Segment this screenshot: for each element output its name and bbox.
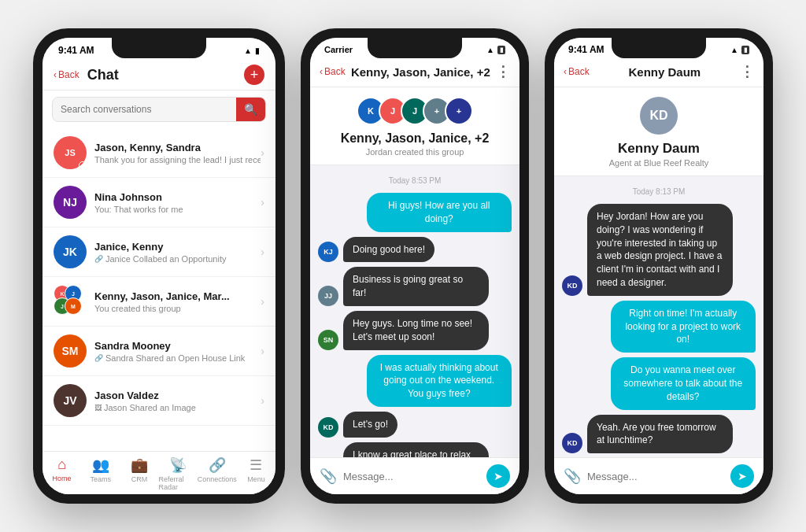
status-icons-2: ▲ ▮ [486, 46, 505, 54]
list-item[interactable]: JS Jason, Kenny, Sandra Thank you for as… [43, 128, 275, 178]
message-row: Right on time! I'm actually looking for … [562, 301, 756, 353]
phone-3: 9:41 AM ▲ ▮ ‹ Back Kenny Daum ⋮ KD Kenny… [545, 28, 773, 504]
phone-notch [112, 38, 206, 58]
chat-preview: Thank you for assigning the lead! I just… [94, 155, 261, 164]
list-item[interactable]: K J J M Kenny, Jason, Janice, Mar... You… [43, 277, 275, 327]
group-av-5: + [445, 97, 473, 125]
chevron-right-icon: › [261, 196, 264, 209]
message-row: KD Hey Jordan! How are you doing? I was … [562, 204, 756, 296]
chevron-right-icon: › [261, 295, 264, 308]
search-icon: 🔍 [244, 103, 257, 116]
date-divider: Today 8:53 PM [318, 176, 512, 185]
group-name: Kenny, Jason, Janice, +2 [341, 131, 490, 146]
chevron-right-icon: › [261, 146, 264, 159]
chat-name: Nina Johnson [94, 191, 261, 203]
phone-notch-3 [612, 38, 706, 58]
chat-name: Janice, Kenny [94, 241, 261, 253]
attach-icon[interactable]: 📎 [320, 467, 337, 485]
chat-name: Jason, Kenny, Sandra [94, 142, 261, 153]
chat-info: Jason, Kenny, Sandra Thank you for assig… [94, 142, 261, 164]
back-chevron-icon: ‹ [54, 69, 57, 80]
status-time-1: 9:41 AM [58, 45, 94, 56]
phone-1: 9:41 AM ▲ ▮ ‹ Back Chat + 🔍 [33, 28, 285, 504]
list-item[interactable]: JK Janice, Kenny 🔗 Janice Collabed an Op… [43, 227, 275, 277]
message-row: KD Let's go! [318, 412, 512, 438]
wifi-icon-3: ▲ [730, 46, 738, 54]
send-button-3[interactable]: ➤ [730, 464, 754, 488]
person-subtitle: Agent at Blue Reef Realty [609, 158, 709, 168]
back-chevron-icon-3: ‹ [564, 66, 567, 77]
avatar: NJ [54, 186, 87, 219]
add-chat-button[interactable]: + [244, 65, 264, 85]
page-title-1: Chat [87, 67, 244, 83]
message-bubble: Right on time! I'm actually looking for … [611, 301, 756, 353]
chat-messages-2: Today 8:53 PM Hi guys! How are you all d… [310, 165, 519, 457]
back-button-2[interactable]: ‹ Back [320, 66, 346, 77]
search-input[interactable] [53, 98, 236, 120]
send-button-2[interactable]: ➤ [486, 464, 510, 488]
teams-icon: 👥 [92, 456, 109, 474]
message-row: Do you wanna meet over somewhere to talk… [562, 357, 756, 409]
message-bubble: Business is going great so far! [343, 267, 489, 306]
back-button-1[interactable]: ‹ Back [54, 69, 79, 80]
message-avatar: SN [318, 330, 338, 350]
message-row: SN Hey guys. Long time no see! Let's mee… [318, 311, 512, 350]
phone-2: Carrier 9:41 AM ▲ ▮ ‹ Back Kenny, Jason,… [301, 28, 529, 504]
nav-item-radar[interactable]: 📡 Referral Radar [159, 456, 198, 491]
connections-icon: 🔗 [209, 456, 226, 474]
search-button[interactable]: 🔍 [236, 98, 265, 121]
message-row: KJ Doing good here! [318, 237, 512, 263]
message-avatar: KJ [318, 242, 338, 262]
nav-item-crm[interactable]: 💼 CRM [120, 456, 158, 491]
more-options-button-2[interactable]: ⋮ [496, 63, 510, 80]
status-icons-3: ▲ ▮ [730, 46, 749, 54]
radar-icon: 📡 [169, 456, 187, 474]
message-input-2[interactable] [343, 471, 480, 482]
carrier-label: Carrier [324, 45, 353, 54]
chat-input-area-2: 📎 ➤ [310, 457, 519, 494]
nav-item-connections[interactable]: 🔗 Connections [198, 456, 237, 491]
nav-item-teams[interactable]: 👥 Teams [81, 456, 120, 491]
message-input-3[interactable] [587, 471, 724, 482]
status-icons-1: ▲ ▮ [244, 46, 260, 55]
message-bubble: Hey guys. Long time no see! Let's meet u… [343, 311, 489, 350]
attach-icon-3[interactable]: 📎 [564, 467, 581, 485]
chat-nav-header-3: ‹ Back Kenny Daum ⋮ [554, 58, 763, 87]
message-bubble: I was actually thinking about going out … [367, 355, 512, 407]
message-row: I was actually thinking about going out … [318, 355, 512, 407]
list-item[interactable]: NJ Nina Johnson You: That works for me › [43, 178, 275, 227]
list-item[interactable]: SM Sandra Mooney 🔗 Sandra Shared an Open… [43, 327, 275, 376]
chat-messages-3: Today 8:13 PM KD Hey Jordan! How are you… [554, 176, 763, 457]
crm-icon: 💼 [131, 456, 148, 474]
chevron-right-icon: › [261, 345, 264, 357]
wifi-icon: ▲ [244, 46, 252, 55]
more-options-button-3[interactable]: ⋮ [740, 63, 754, 80]
chat-title-3: Kenny Daum [590, 65, 740, 79]
wifi-icon-2: ▲ [486, 46, 494, 54]
nav-label-connections: Connections [198, 475, 237, 483]
nav-item-menu[interactable]: ☰ Menu [237, 456, 275, 491]
person-avatar: KD [640, 97, 678, 135]
nav-label-menu: Menu [247, 475, 265, 483]
nav-label-teams: Teams [91, 475, 112, 483]
chat-info: Sandra Mooney 🔗 Sandra Shared an Open Ho… [94, 340, 261, 363]
message-bubble: Do you wanna meet over somewhere to talk… [611, 357, 756, 409]
image-icon: 🖼 [94, 404, 102, 412]
chat-info: Kenny, Jason, Janice, Mar... You created… [94, 290, 261, 313]
back-button-3[interactable]: ‹ Back [564, 66, 590, 77]
chat-info: Janice, Kenny 🔗 Janice Collabed an Oppor… [94, 241, 261, 264]
chevron-right-icon: › [261, 246, 264, 258]
bottom-nav: ⌂ Home 👥 Teams 💼 CRM 📡 Referral Radar 🔗 … [43, 451, 275, 494]
list-item[interactable]: JV Jason Valdez 🖼 Jason Shared an Image … [43, 376, 275, 426]
nav-label-radar: Referral Radar [159, 475, 198, 491]
battery-icon-2: ▮ [497, 46, 505, 54]
status-time-3: 9:41 AM [568, 44, 604, 55]
nav-label-home: Home [53, 475, 72, 482]
menu-icon: ☰ [250, 456, 262, 474]
battery-icon: ▮ [255, 46, 260, 55]
search-input-wrap: 🔍 [52, 97, 266, 122]
share-icon: 🔗 [94, 354, 103, 362]
person-name: Kenny Daum [618, 141, 700, 157]
nav-item-home[interactable]: ⌂ Home [43, 456, 81, 491]
nav-label-crm: CRM [131, 475, 148, 483]
